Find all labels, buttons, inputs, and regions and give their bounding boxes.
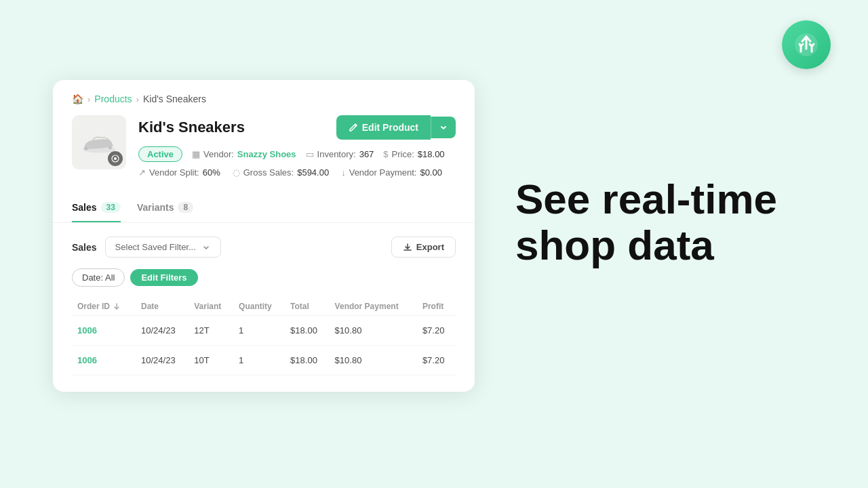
variant-cell: 12T [189,316,233,346]
filter-tags: Date: All Edit Filters [53,268,475,287]
edit-button-group: Edit Product [336,115,456,140]
vendor-icon: ▦ [192,149,200,159]
filter-section-label: Sales [72,242,97,253]
meta-row-1: Active ▦ Vendor: Snazzy Shoes ▭ Inventor… [138,146,456,162]
profit-cell: $7.20 [417,346,456,375]
order-id-cell[interactable]: 1006 [72,316,136,346]
vendor-payment-meta: ↓ Vendor Payment: $0.00 [341,167,442,178]
product-header: Kid's Sneakers Edit Product [53,115,475,191]
vendor-meta: ▦ Vendor: Snazzy Shoes [192,149,296,159]
date-filter-tag[interactable]: Date: All [72,268,125,287]
inventory-icon: ▭ [306,149,314,159]
app-logo [782,20,831,69]
vendor-payment-icon: ↓ [341,167,346,178]
table-row: 1006 10/24/23 12T 1 $18.00 $10.80 $7.20 [72,316,456,346]
col-variant: Variant [189,298,233,316]
meta-row-2: ↗ Vendor Split: 60% ◌ Gross Sales: $594.… [138,167,456,178]
product-title-row: Kid's Sneakers Edit Product [138,115,456,140]
inventory-meta: ▭ Inventory: 367 [306,149,374,159]
export-button[interactable]: Export [391,237,456,258]
date-cell: 10/24/23 [136,346,189,375]
order-id-cell[interactable]: 1006 [72,346,136,375]
col-vendor-payment: Vendor Payment [330,298,417,316]
image-edit-overlay[interactable] [108,151,123,166]
variant-cell: 10T [189,346,233,375]
col-total: Total [285,298,330,316]
vendor-payment-cell: $10.80 [330,346,417,375]
edit-filters-button[interactable]: Edit Filters [130,269,197,286]
breadcrumb-products[interactable]: Products [94,94,132,104]
quantity-cell: 1 [233,316,285,346]
vendor-split-meta: ↗ Vendor Split: 60% [138,167,220,178]
col-date: Date [136,298,189,316]
table-row: 1006 10/24/23 10T 1 $18.00 $10.80 $7.20 [72,346,456,375]
filter-left: Sales Select Saved Filter... [72,237,221,258]
total-cell: $18.00 [285,316,330,346]
tab-sales[interactable]: Sales 33 [72,202,121,222]
split-icon: ↗ [138,167,146,178]
tabs: Sales 33 Variants 8 [53,191,475,223]
svg-point-2 [85,147,88,150]
product-image-wrap [72,115,126,169]
home-icon[interactable]: 🏠 [72,94,83,104]
breadcrumb-sep-1: › [87,94,90,104]
sales-table: Order ID Date Variant Quantity Total Ven… [72,298,456,375]
edit-product-button[interactable]: Edit Product [336,115,431,140]
price-icon: $ [383,149,388,159]
breadcrumb: 🏠 › Products › Kid's Sneakers [53,80,475,115]
col-profit: Profit [417,298,456,316]
sales-table-wrap: Order ID Date Variant Quantity Total Ven… [53,298,475,375]
svg-point-5 [114,157,117,160]
product-info: Kid's Sneakers Edit Product [138,115,456,178]
vendor-payment-cell: $10.80 [330,316,417,346]
hero-heading: See real-time shop data [515,176,827,268]
tab-variants[interactable]: Variants 8 [137,202,193,222]
total-cell: $18.00 [285,346,330,375]
col-quantity: Quantity [233,298,285,316]
product-card: 🏠 › Products › Kid's Sneakers [53,80,475,392]
breadcrumb-sep-2: › [136,94,139,104]
edit-dropdown-button[interactable] [431,117,456,138]
gross-sales-meta: ◌ Gross Sales: $594.00 [233,167,329,178]
profit-cell: $7.20 [417,316,456,346]
breadcrumb-current: Kid's Sneakers [143,94,206,104]
product-title: Kid's Sneakers [138,119,245,136]
hero-text: See real-time shop data [515,176,827,268]
saved-filter-select[interactable]: Select Saved Filter... [105,237,221,258]
gross-sales-icon: ◌ [233,167,240,178]
date-cell: 10/24/23 [136,316,189,346]
quantity-cell: 1 [233,346,285,375]
col-order-id[interactable]: Order ID [72,298,136,316]
status-badge: Active [138,146,182,162]
price-meta: $ Price: $18.00 [383,149,444,159]
filter-bar: Sales Select Saved Filter... Export [53,237,475,258]
svg-point-3 [108,146,112,149]
